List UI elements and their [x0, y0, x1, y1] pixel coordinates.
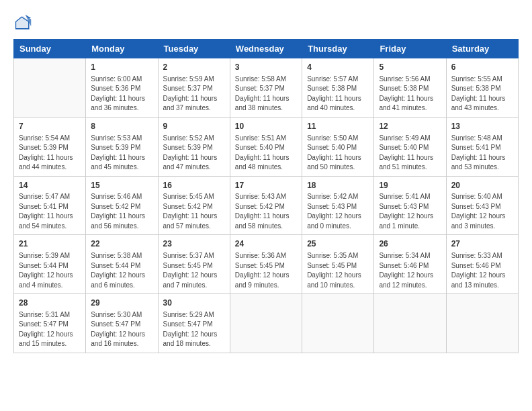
day-number: 2 [163, 62, 225, 73]
calendar-table: SundayMondayTuesdayWednesdayThursdayFrid… [13, 39, 519, 353]
day-info: Sunrise: 5:30 AM Sunset: 5:47 PM Dayligh… [91, 310, 152, 349]
day-info: Sunrise: 5:34 AM Sunset: 5:46 PM Dayligh… [379, 251, 441, 290]
day-number: 7 [19, 121, 81, 132]
calendar-cell: 3Sunrise: 5:58 AM Sunset: 5:37 PM Daylig… [230, 58, 302, 118]
day-info: Sunrise: 5:40 AM Sunset: 5:43 PM Dayligh… [451, 192, 513, 231]
day-info: Sunrise: 5:38 AM Sunset: 5:44 PM Dayligh… [91, 251, 152, 290]
calendar-cell: 2Sunrise: 5:59 AM Sunset: 5:37 PM Daylig… [158, 58, 230, 118]
calendar-cell: 30Sunrise: 5:29 AM Sunset: 5:47 PM Dayli… [158, 294, 230, 353]
day-number: 26 [379, 238, 441, 250]
calendar-cell: 13Sunrise: 5:48 AM Sunset: 5:41 PM Dayli… [446, 117, 518, 176]
column-header-monday: Monday [86, 40, 158, 58]
logo-icon [13, 13, 32, 32]
day-number: 17 [235, 180, 297, 191]
day-number: 21 [19, 238, 81, 250]
day-info: Sunrise: 6:00 AM Sunset: 5:36 PM Dayligh… [91, 75, 152, 113]
column-header-wednesday: Wednesday [230, 40, 302, 58]
day-number: 15 [91, 180, 152, 191]
day-info: Sunrise: 5:47 AM Sunset: 5:41 PM Dayligh… [19, 192, 81, 231]
calendar-cell: 18Sunrise: 5:42 AM Sunset: 5:43 PM Dayli… [302, 176, 374, 235]
day-number: 11 [307, 121, 369, 132]
day-info: Sunrise: 5:42 AM Sunset: 5:43 PM Dayligh… [307, 192, 369, 231]
day-number: 22 [91, 238, 152, 250]
day-info: Sunrise: 5:56 AM Sunset: 5:38 PM Dayligh… [379, 75, 441, 113]
day-info: Sunrise: 5:36 AM Sunset: 5:45 PM Dayligh… [235, 251, 297, 290]
day-number: 1 [91, 62, 152, 73]
calendar-week-3: 14Sunrise: 5:47 AM Sunset: 5:41 PM Dayli… [14, 176, 519, 235]
calendar-cell: 6Sunrise: 5:55 AM Sunset: 5:38 PM Daylig… [446, 58, 518, 118]
day-info: Sunrise: 5:29 AM Sunset: 5:47 PM Dayligh… [163, 310, 225, 349]
calendar-cell: 4Sunrise: 5:57 AM Sunset: 5:38 PM Daylig… [302, 58, 374, 118]
calendar-cell [230, 294, 302, 353]
calendar-week-1: 1Sunrise: 6:00 AM Sunset: 5:36 PM Daylig… [14, 58, 519, 118]
calendar-week-2: 7Sunrise: 5:54 AM Sunset: 5:39 PM Daylig… [14, 117, 519, 176]
calendar-cell: 22Sunrise: 5:38 AM Sunset: 5:44 PM Dayli… [86, 235, 158, 294]
day-info: Sunrise: 5:58 AM Sunset: 5:37 PM Dayligh… [235, 75, 297, 113]
calendar-header-row: SundayMondayTuesdayWednesdayThursdayFrid… [14, 40, 519, 58]
calendar-cell: 25Sunrise: 5:35 AM Sunset: 5:45 PM Dayli… [302, 235, 374, 294]
day-info: Sunrise: 5:46 AM Sunset: 5:42 PM Dayligh… [91, 192, 152, 231]
day-info: Sunrise: 5:51 AM Sunset: 5:40 PM Dayligh… [235, 134, 297, 173]
day-number: 4 [307, 62, 369, 73]
calendar-cell: 23Sunrise: 5:37 AM Sunset: 5:45 PM Dayli… [158, 235, 230, 294]
calendar-cell: 1Sunrise: 6:00 AM Sunset: 5:36 PM Daylig… [86, 58, 158, 118]
calendar-cell: 29Sunrise: 5:30 AM Sunset: 5:47 PM Dayli… [86, 294, 158, 353]
calendar-cell [374, 294, 446, 353]
page-header [13, 13, 519, 32]
day-info: Sunrise: 5:41 AM Sunset: 5:43 PM Dayligh… [379, 192, 441, 231]
day-info: Sunrise: 5:55 AM Sunset: 5:38 PM Dayligh… [451, 75, 513, 113]
day-number: 5 [379, 62, 441, 73]
day-number: 30 [163, 298, 225, 309]
day-number: 12 [379, 121, 441, 132]
column-header-tuesday: Tuesday [158, 40, 230, 58]
day-info: Sunrise: 5:53 AM Sunset: 5:39 PM Dayligh… [91, 134, 152, 173]
calendar-cell: 10Sunrise: 5:51 AM Sunset: 5:40 PM Dayli… [230, 117, 302, 176]
day-number: 9 [163, 121, 225, 132]
day-info: Sunrise: 5:49 AM Sunset: 5:40 PM Dayligh… [379, 134, 441, 173]
logo [13, 13, 35, 32]
day-number: 10 [235, 121, 297, 132]
calendar-cell: 28Sunrise: 5:31 AM Sunset: 5:47 PM Dayli… [14, 294, 86, 353]
day-info: Sunrise: 5:35 AM Sunset: 5:45 PM Dayligh… [307, 251, 369, 290]
day-info: Sunrise: 5:39 AM Sunset: 5:44 PM Dayligh… [19, 251, 81, 290]
day-info: Sunrise: 5:52 AM Sunset: 5:39 PM Dayligh… [163, 134, 225, 173]
day-info: Sunrise: 5:50 AM Sunset: 5:40 PM Dayligh… [307, 134, 369, 173]
calendar-cell: 20Sunrise: 5:40 AM Sunset: 5:43 PM Dayli… [446, 176, 518, 235]
calendar-cell [302, 294, 374, 353]
day-number: 19 [379, 180, 441, 191]
calendar-week-5: 28Sunrise: 5:31 AM Sunset: 5:47 PM Dayli… [14, 294, 519, 353]
column-header-sunday: Sunday [14, 40, 86, 58]
calendar-cell: 27Sunrise: 5:33 AM Sunset: 5:46 PM Dayli… [446, 235, 518, 294]
calendar-cell: 16Sunrise: 5:45 AM Sunset: 5:42 PM Dayli… [158, 176, 230, 235]
day-number: 23 [163, 238, 225, 250]
day-info: Sunrise: 5:33 AM Sunset: 5:46 PM Dayligh… [451, 251, 513, 290]
day-number: 8 [91, 121, 152, 132]
day-number: 13 [451, 121, 513, 132]
day-info: Sunrise: 5:31 AM Sunset: 5:47 PM Dayligh… [19, 310, 81, 349]
day-number: 6 [451, 62, 513, 73]
day-info: Sunrise: 5:57 AM Sunset: 5:38 PM Dayligh… [307, 75, 369, 113]
calendar-cell: 7Sunrise: 5:54 AM Sunset: 5:39 PM Daylig… [14, 117, 86, 176]
calendar-cell: 9Sunrise: 5:52 AM Sunset: 5:39 PM Daylig… [158, 117, 230, 176]
calendar-week-4: 21Sunrise: 5:39 AM Sunset: 5:44 PM Dayli… [14, 235, 519, 294]
calendar-cell: 19Sunrise: 5:41 AM Sunset: 5:43 PM Dayli… [374, 176, 446, 235]
day-number: 16 [163, 180, 225, 191]
day-number: 18 [307, 180, 369, 191]
day-number: 3 [235, 62, 297, 73]
calendar-cell: 21Sunrise: 5:39 AM Sunset: 5:44 PM Dayli… [14, 235, 86, 294]
day-number: 29 [91, 298, 152, 309]
calendar-cell [446, 294, 518, 353]
calendar-cell: 8Sunrise: 5:53 AM Sunset: 5:39 PM Daylig… [86, 117, 158, 176]
calendar-cell: 5Sunrise: 5:56 AM Sunset: 5:38 PM Daylig… [374, 58, 446, 118]
column-header-friday: Friday [374, 40, 446, 58]
calendar-cell: 14Sunrise: 5:47 AM Sunset: 5:41 PM Dayli… [14, 176, 86, 235]
day-number: 14 [19, 180, 81, 191]
day-info: Sunrise: 5:45 AM Sunset: 5:42 PM Dayligh… [163, 192, 225, 231]
day-number: 20 [451, 180, 513, 191]
calendar-cell: 11Sunrise: 5:50 AM Sunset: 5:40 PM Dayli… [302, 117, 374, 176]
column-header-saturday: Saturday [446, 40, 518, 58]
day-info: Sunrise: 5:54 AM Sunset: 5:39 PM Dayligh… [19, 134, 81, 173]
day-number: 24 [235, 238, 297, 250]
calendar-cell: 17Sunrise: 5:43 AM Sunset: 5:42 PM Dayli… [230, 176, 302, 235]
calendar-cell: 24Sunrise: 5:36 AM Sunset: 5:45 PM Dayli… [230, 235, 302, 294]
